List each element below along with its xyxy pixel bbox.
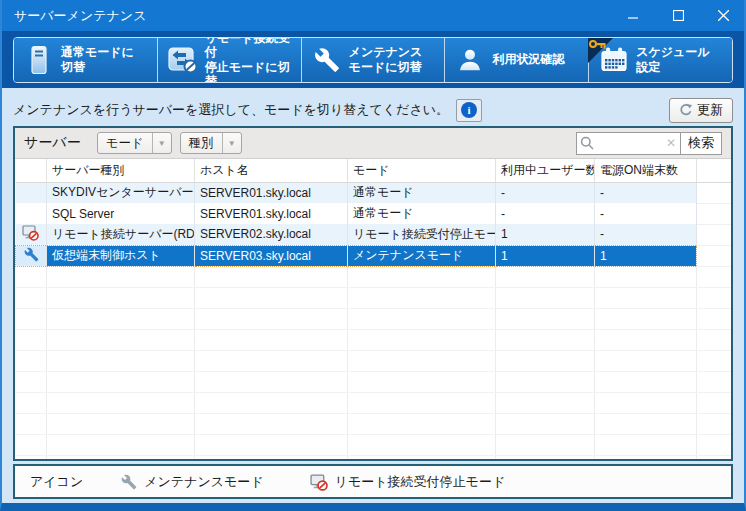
info-icon: i [461, 102, 477, 118]
empty-cell [16, 455, 47, 461]
schedule-settings-button[interactable]: スケジュール 設定 [588, 38, 732, 82]
host-cell: SERVER01.sky.local [195, 182, 348, 203]
host-cell: SERVER01.sky.local [195, 203, 348, 224]
remote-stop-icon [310, 473, 328, 491]
empty-cell [496, 392, 595, 413]
usage-status-button[interactable]: 利用状況確認 [444, 38, 588, 82]
empty-cell [348, 455, 496, 461]
toolbar-button-group: 通常モードに 切替 リモート [13, 37, 733, 83]
instruction-row: メンテナンスを行うサーバーを選択して、モードを切り替えてください。 i 更新 [13, 96, 733, 124]
column-mode[interactable]: モード [348, 159, 496, 182]
empty-cell [47, 455, 195, 461]
power-on-cell: - [595, 203, 697, 224]
empty-cell [697, 371, 732, 392]
legend-item-remote-stop: リモート接続受付停止モード [310, 473, 506, 491]
empty-cell [348, 434, 496, 455]
empty-cell [16, 308, 47, 329]
empty-row [16, 287, 732, 308]
empty-cell [16, 392, 47, 413]
empty-cell [595, 308, 697, 329]
empty-cell [47, 392, 195, 413]
empty-cell [47, 350, 195, 371]
empty-row [16, 371, 732, 392]
empty-cell [595, 266, 697, 287]
column-server-type[interactable]: サーバー種別 [47, 159, 195, 182]
empty-cell [195, 392, 348, 413]
close-button[interactable] [701, 0, 746, 31]
table-row[interactable]: SQL Server SERVER01.sky.local 通常モード - - [16, 203, 732, 224]
toolbar: 通常モードに 切替 リモート [0, 31, 746, 88]
empty-cell [195, 371, 348, 392]
empty-cell [697, 266, 732, 287]
minimize-button[interactable] [611, 0, 656, 31]
filler-cell [697, 203, 732, 224]
empty-cell [47, 266, 195, 287]
search-input[interactable] [597, 136, 662, 150]
table-header-row: サーバー種別 ホスト名 モード 利用中ユーザー数 電源ON端末数 [16, 159, 732, 182]
remote-stop-icon [22, 224, 39, 241]
empty-row [16, 392, 732, 413]
column-host[interactable]: ホスト名 [195, 159, 348, 182]
table-row-selected[interactable]: 仮想端末制御ホスト SERVER03.sky.local メンテナンスモード 1… [16, 245, 732, 266]
server-icon [24, 45, 54, 75]
empty-cell [348, 371, 496, 392]
empty-row [16, 308, 732, 329]
column-active-users[interactable]: 利用中ユーザー数 [496, 159, 595, 182]
empty-row [16, 350, 732, 371]
empty-cell [47, 434, 195, 455]
empty-cell [595, 371, 697, 392]
table-row[interactable]: SKYDIVセンターサーバー SERVER01.sky.local 通常モード … [16, 182, 732, 203]
empty-cell [348, 308, 496, 329]
empty-cell [16, 329, 47, 350]
refresh-label: 更新 [697, 101, 723, 119]
column-filler [697, 159, 732, 182]
empty-cell [697, 392, 732, 413]
empty-cell [496, 371, 595, 392]
type-filter-dropdown[interactable]: 種別 ▼ [180, 132, 242, 154]
server-type-cell: SKYDIVセンターサーバー [47, 182, 195, 203]
column-power-on[interactable]: 電源ON端末数 [595, 159, 697, 182]
empty-cell [195, 308, 348, 329]
empty-cell [47, 371, 195, 392]
power-on-cell: 1 [595, 245, 697, 266]
empty-cell [16, 413, 47, 434]
server-type-cell: 仮想端末制御ホスト [47, 245, 195, 266]
refresh-button[interactable]: 更新 [669, 98, 733, 123]
empty-cell [496, 287, 595, 308]
search-button[interactable]: 検索 [680, 133, 721, 154]
empty-cell [496, 434, 595, 455]
switch-normal-mode-button[interactable]: 通常モードに 切替 [14, 38, 157, 82]
active-users-cell: 1 [496, 245, 595, 266]
empty-cell [195, 434, 348, 455]
switch-remote-stop-mode-button[interactable]: リモート接続受付 停止モードに切替 [157, 38, 301, 82]
maximize-button[interactable] [656, 0, 701, 31]
empty-cell [195, 350, 348, 371]
table-row[interactable]: リモート接続サーバー(RDS) SERVER02.sky.local リモート接… [16, 224, 732, 245]
clear-search-icon[interactable]: ✕ [662, 136, 680, 150]
empty-cell [595, 434, 697, 455]
switch-maintenance-mode-button[interactable]: メンテナンス モードに切替 [301, 38, 445, 82]
mode-filter-dropdown[interactable]: モード ▼ [97, 132, 172, 154]
empty-cell [16, 371, 47, 392]
empty-cell [595, 413, 697, 434]
empty-cell [195, 413, 348, 434]
column-icon[interactable] [16, 159, 47, 182]
maximize-icon [673, 10, 684, 21]
empty-cell [697, 455, 732, 461]
empty-cell [47, 329, 195, 350]
info-button[interactable]: i [456, 99, 482, 122]
empty-cell [496, 329, 595, 350]
remote-stop-icon [168, 46, 198, 74]
maintenance-icon [121, 474, 137, 490]
user-icon [455, 47, 485, 73]
filter-bar: サーバー モード ▼ 種別 ▼ ✕ 検索 [15, 128, 731, 159]
empty-cell [697, 308, 732, 329]
wrench-icon [312, 47, 342, 73]
empty-cell [496, 413, 595, 434]
empty-cell [595, 329, 697, 350]
close-icon [718, 10, 729, 21]
empty-cell [348, 287, 496, 308]
server-table-panel: サーバー モード ▼ 種別 ▼ ✕ 検索 [13, 126, 733, 461]
empty-row [16, 329, 732, 350]
window-controls [611, 0, 746, 31]
